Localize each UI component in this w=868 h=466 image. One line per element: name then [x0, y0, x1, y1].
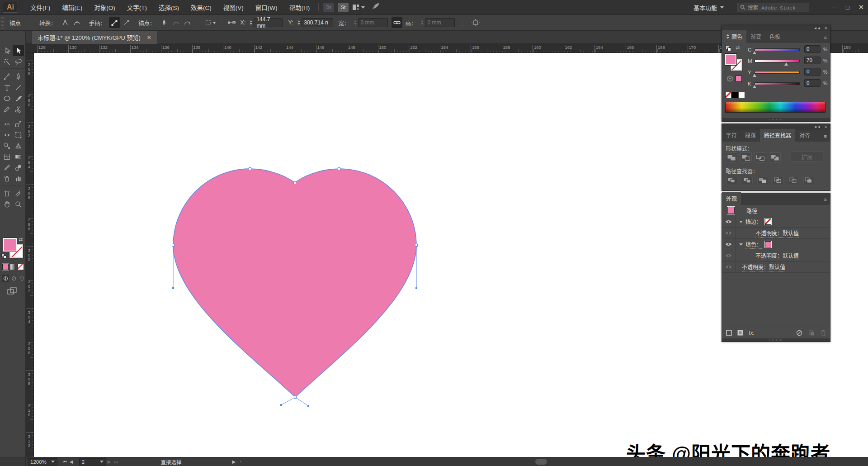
artboard-select[interactable]: 2	[79, 458, 106, 466]
perspective-grid-tool[interactable]	[13, 140, 24, 151]
none-swatch[interactable]	[725, 92, 731, 98]
rotate-tool[interactable]	[1, 119, 13, 129]
color-button[interactable]	[2, 264, 9, 270]
appearance-row-path[interactable]: 路径	[722, 205, 830, 216]
tab-close-icon[interactable]: ✕	[147, 34, 151, 41]
gradient-button[interactable]	[10, 264, 16, 270]
clear-appearance-icon[interactable]	[796, 330, 802, 336]
close-panel-icon[interactable]: ✕	[824, 26, 827, 30]
appearance-row-fill[interactable]: 填色：	[722, 239, 830, 250]
zoom-level-select[interactable]: 1200%	[28, 458, 57, 466]
scroll-left-icon[interactable]: ‹	[240, 459, 241, 464]
free-transform-tool[interactable]	[13, 129, 24, 140]
m-value-field[interactable]: 70	[804, 57, 821, 64]
panel-menu-icon[interactable]: ≡	[824, 133, 827, 139]
last-artboard-button[interactable]: ⏭	[113, 459, 118, 465]
convert-corner-button[interactable]	[60, 17, 71, 28]
item-label[interactable]: 不透明度：默认值	[755, 252, 799, 260]
mini-fill-stroke-icon[interactable]	[726, 46, 731, 52]
mesh-tool[interactable]	[1, 151, 13, 162]
eye-icon[interactable]	[725, 219, 732, 224]
ellipse-tool[interactable]	[1, 93, 13, 104]
artboard-tool[interactable]	[1, 188, 13, 199]
cut-path-button[interactable]	[182, 17, 193, 28]
appearance-row-sub[interactable]: 不透明度：默认值	[722, 228, 830, 239]
shape-mode-minus-front-button[interactable]	[740, 152, 752, 162]
collapse-panel-icon[interactable]: ◄◄	[813, 125, 821, 129]
menu-item[interactable]: 效果(C)	[185, 0, 217, 15]
maximize-button[interactable]: □	[841, 1, 854, 13]
next-artboard-button[interactable]: ▶	[108, 459, 111, 464]
menu-item[interactable]: 选择(S)	[153, 0, 185, 15]
panel-menu-icon[interactable]: ≡	[824, 35, 827, 40]
tab-color[interactable]: 颜色	[722, 30, 746, 43]
scrollbar-thumb[interactable]	[535, 459, 547, 465]
pencil-tool[interactable]	[1, 104, 13, 114]
eye-icon[interactable]	[725, 253, 732, 258]
status-expand-icon[interactable]: ▶	[232, 459, 236, 464]
menu-item[interactable]: 窗口(W)	[250, 0, 283, 15]
y-stepper[interactable]	[297, 20, 300, 25]
add-stroke-icon[interactable]	[726, 330, 732, 336]
y-field[interactable]: 300.714 n	[302, 18, 333, 27]
swap-fill-stroke-icon[interactable]: ⇄	[736, 45, 740, 51]
eye-icon[interactable]	[725, 265, 732, 269]
pathfinder-divide-button[interactable]	[726, 176, 737, 185]
slider-thumb[interactable]	[753, 51, 756, 54]
show-handles-button[interactable]	[109, 17, 120, 28]
c-slider-track[interactable]	[755, 48, 800, 51]
tab-gradient[interactable]: 渐变	[746, 30, 765, 43]
black-swatch[interactable]	[732, 92, 738, 98]
color-spectrum-bar[interactable]	[725, 102, 826, 113]
gpu-performance-icon[interactable]	[371, 2, 380, 12]
pen-tool[interactable]	[13, 71, 24, 82]
fill-swatch[interactable]	[765, 241, 771, 247]
slider-thumb[interactable]	[784, 62, 788, 66]
draw-normal-button[interactable]	[2, 275, 9, 282]
none-button[interactable]	[18, 264, 24, 270]
menu-item[interactable]: 对象(O)	[88, 0, 121, 15]
draw-behind-button[interactable]	[10, 275, 17, 282]
y-value-field[interactable]: 0	[804, 68, 821, 76]
swap-fill-stroke-icon[interactable]: ⇄	[19, 237, 23, 243]
blend-tool[interactable]	[13, 162, 24, 173]
scissors-tool[interactable]	[13, 104, 24, 114]
item-label[interactable]: 不透明度：默认值	[755, 229, 799, 238]
appearance-row-sub[interactable]: 不透明度：默认值	[722, 250, 830, 262]
item-label[interactable]: 填色：	[745, 240, 762, 249]
type-tool[interactable]	[1, 82, 13, 93]
link-dimensions-icon[interactable]	[392, 17, 402, 28]
tab-swatches[interactable]: 色板	[765, 30, 784, 43]
slice-tool[interactable]	[13, 188, 24, 199]
menu-item[interactable]: 帮助(H)	[283, 0, 316, 15]
out-of-web-cube-icon[interactable]	[726, 76, 733, 84]
width-tool[interactable]	[1, 129, 13, 140]
hide-handles-button[interactable]	[121, 17, 132, 28]
hand-tool[interactable]	[1, 199, 13, 209]
horizontal-scrollbar[interactable]: ‹	[239, 457, 868, 466]
menu-item[interactable]: 编辑(E)	[56, 0, 88, 15]
gradient-tool[interactable]	[13, 151, 24, 162]
menu-item[interactable]: 文件(F)	[24, 0, 56, 15]
direct-selection-tool[interactable]	[13, 45, 24, 56]
convert-smooth-button[interactable]	[71, 17, 82, 28]
slider-thumb[interactable]	[753, 85, 756, 88]
panel-menu-icon[interactable]: ≡	[824, 197, 827, 202]
add-effect-icon[interactable]: fx.	[749, 330, 755, 336]
transform-panel-icon[interactable]	[470, 17, 481, 28]
c-value-field[interactable]: 0	[804, 45, 821, 53]
pathfinder-merge-button[interactable]	[757, 176, 768, 185]
arrange-documents-button[interactable]	[352, 4, 365, 10]
zoom-tool[interactable]	[13, 199, 24, 209]
delete-item-icon[interactable]	[821, 330, 826, 336]
pathfinder-crop-button[interactable]	[773, 176, 783, 185]
stroke-swatch[interactable]	[765, 219, 771, 225]
m-slider-track[interactable]	[755, 60, 800, 62]
column-graph-tool[interactable]	[13, 173, 24, 184]
appearance-row-stroke[interactable]: 描边：	[722, 216, 830, 228]
k-value-field[interactable]: 0	[804, 79, 821, 87]
collapse-panel-icon[interactable]: ◄◄	[813, 26, 821, 30]
reference-point-icon[interactable]	[226, 17, 237, 28]
prev-artboard-button[interactable]: ◀	[70, 459, 73, 464]
paintbrush-tool[interactable]	[13, 93, 24, 104]
